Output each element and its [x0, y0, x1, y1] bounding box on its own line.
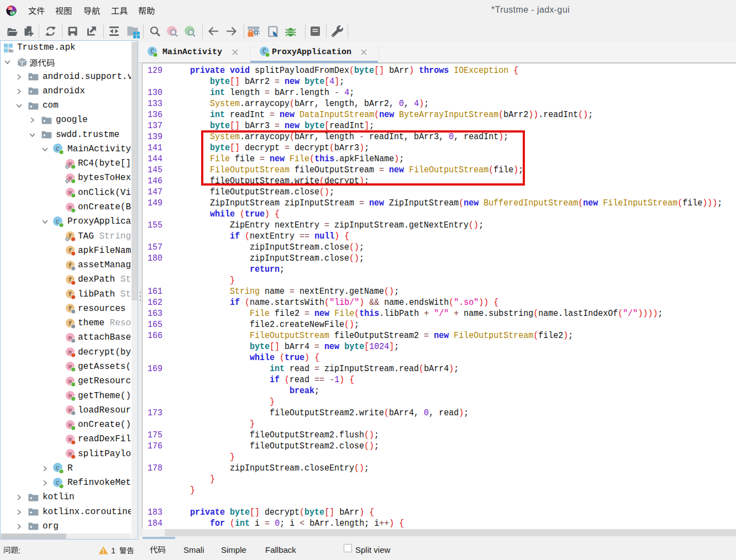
svg-text:C: C — [56, 218, 60, 225]
svg-text:C: C — [56, 479, 60, 486]
svg-text:DX: DX — [10, 11, 15, 15]
svg-text:C: C — [56, 464, 60, 472]
svg-text:C: C — [56, 145, 60, 152]
svg-text:JA: JA — [8, 7, 13, 10]
